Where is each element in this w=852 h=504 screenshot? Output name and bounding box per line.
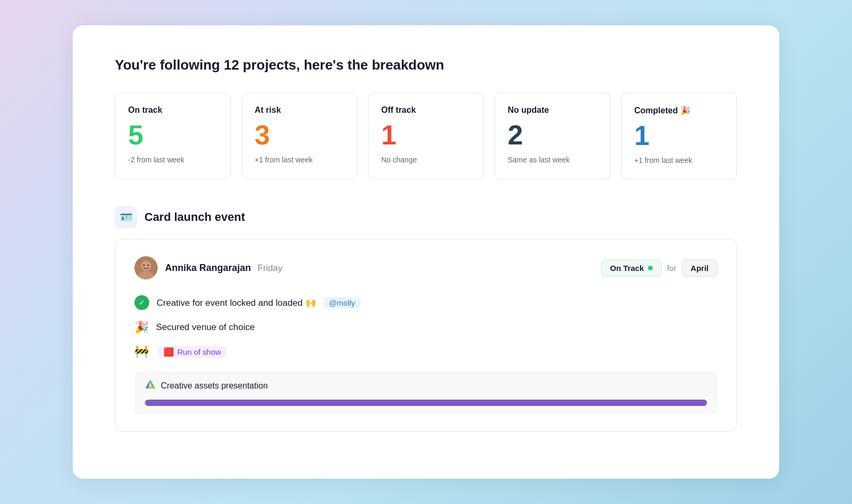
main-card: You're following 12 projects, here's the… xyxy=(73,25,779,479)
check-icon: ✓ xyxy=(134,295,149,310)
update-item-2: 🎉 Secured venue of choice xyxy=(134,321,718,334)
stat-label-on-track: On track xyxy=(128,105,218,115)
status-badge: On Track for April xyxy=(601,259,718,277)
svg-point-5 xyxy=(148,265,149,266)
link-text: Run of show xyxy=(177,347,221,356)
green-dot-icon xyxy=(648,266,653,270)
section-header: 🪪 Card launch event xyxy=(115,206,737,228)
stat-change-on-track: -2 from last week xyxy=(128,156,218,164)
attachment-title: Creative assets presentation xyxy=(145,380,707,392)
attachment-area[interactable]: Creative assets presentation xyxy=(134,371,718,414)
avatar xyxy=(134,256,158,279)
stat-number-no-update: 2 xyxy=(508,120,597,150)
on-track-badge[interactable]: On Track xyxy=(601,259,662,277)
stat-change-completed: +1 from last week xyxy=(634,156,724,164)
construction-emoji-icon: 🚧 xyxy=(134,345,149,358)
stat-card-no-update[interactable]: No update 2 Same as last week xyxy=(495,92,611,180)
stat-change-at-risk: +1 from last week xyxy=(255,156,344,164)
update-text-1: Creative for event locked and loaded 🙌 xyxy=(157,297,316,308)
update-text-row-1: Creative for event locked and loaded 🙌 @… xyxy=(157,297,361,308)
stat-label-no-update: No update xyxy=(508,105,597,115)
stat-change-no-update: Same as last week xyxy=(508,156,597,164)
stat-number-at-risk: 3 xyxy=(255,120,344,150)
month-badge[interactable]: April xyxy=(682,259,718,277)
mention-tag-molly[interactable]: @molly xyxy=(324,297,361,308)
drive-icon xyxy=(145,380,156,392)
party-emoji-icon: 🎉 xyxy=(134,321,149,334)
update-text-2: Secured venue of choice xyxy=(156,322,255,333)
update-item-3: 🚧 🟥 Run of show xyxy=(134,345,718,358)
stat-label-at-risk: At risk xyxy=(255,105,344,115)
stat-number-completed: 1 xyxy=(634,121,724,151)
figma-icon: 🟥 xyxy=(163,347,174,357)
author-name: Annika Rangarajan xyxy=(165,263,251,273)
update-items: ✓ Creative for event locked and loaded 🙌… xyxy=(134,295,718,358)
stat-label-off-track: Off track xyxy=(381,105,471,115)
for-text: for xyxy=(667,264,676,273)
svg-point-4 xyxy=(143,265,145,266)
run-of-show-link[interactable]: 🟥 Run of show xyxy=(158,346,226,358)
project-header: Annika Rangarajan Friday On Track for Ap… xyxy=(134,256,718,279)
stat-card-completed[interactable]: Completed 🎉 1 +1 from last week xyxy=(621,92,737,180)
update-item-1: ✓ Creative for event locked and loaded 🙌… xyxy=(134,295,718,310)
stat-card-at-risk[interactable]: At risk 3 +1 from last week xyxy=(241,92,357,180)
attachment-name: Creative assets presentation xyxy=(161,381,268,391)
stat-number-on-track: 5 xyxy=(128,120,218,150)
stat-card-on-track[interactable]: On track 5 -2 from last week xyxy=(115,92,231,180)
on-track-label: On Track xyxy=(610,264,644,273)
section-title: Card launch event xyxy=(144,210,245,224)
author-day: Friday xyxy=(258,263,283,273)
section-icon: 🪪 xyxy=(115,206,137,228)
stat-label-completed: Completed 🎉 xyxy=(634,105,724,115)
stat-number-off-track: 1 xyxy=(381,120,471,150)
stat-change-off-track: No change xyxy=(381,156,471,164)
author-info: Annika Rangarajan Friday xyxy=(165,263,283,274)
page-title: You're following 12 projects, here's the… xyxy=(115,57,737,73)
attachment-progress-bar xyxy=(145,400,707,406)
project-card: Annika Rangarajan Friday On Track for Ap… xyxy=(115,239,737,432)
stats-row: On track 5 -2 from last week At risk 3 +… xyxy=(115,92,737,180)
project-author: Annika Rangarajan Friday xyxy=(134,256,283,279)
stat-card-off-track[interactable]: Off track 1 No change xyxy=(368,92,484,180)
